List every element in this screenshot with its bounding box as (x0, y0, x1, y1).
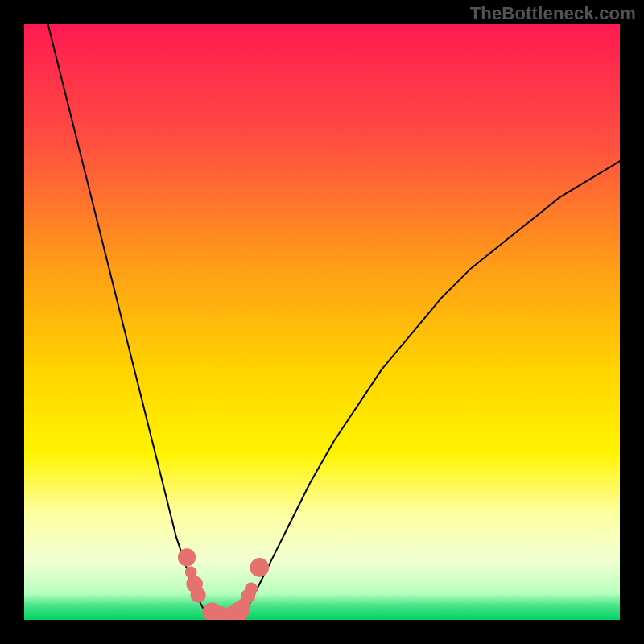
watermark-text: TheBottleneck.com (470, 3, 636, 24)
marker-dot (190, 587, 205, 602)
gradient-background (24, 24, 620, 620)
marker-dot (178, 548, 196, 566)
plot-area (24, 24, 620, 620)
chart-frame: TheBottleneck.com (0, 0, 644, 644)
chart-svg (24, 24, 620, 620)
marker-dot (250, 558, 269, 577)
marker-dot (245, 582, 258, 595)
